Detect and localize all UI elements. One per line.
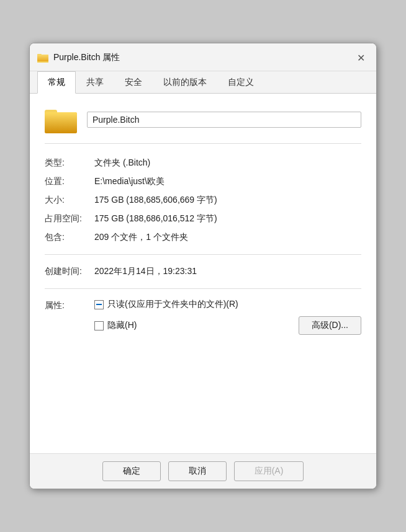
date-section: 创建时间: 2022年1月14日，19:23:31 (45, 260, 361, 283)
value-type: 文件夹 (.Bitch) (94, 157, 361, 169)
ok-button[interactable]: 确定 (102, 461, 161, 481)
readonly-checkbox-row[interactable]: 只读(仅应用于文件夹中的文件)(R) (94, 299, 361, 310)
tab-bar: 常规 共享 安全 以前的版本 自定义 (30, 71, 376, 94)
hidden-checkbox[interactable] (94, 321, 104, 330)
divider-3 (45, 288, 361, 289)
label-type: 类型: (45, 157, 94, 169)
title-folder-icon (37, 53, 48, 63)
info-row-size: 大小: 175 GB (188,685,606,669 字节) (45, 191, 361, 210)
cancel-button[interactable]: 取消 (168, 461, 227, 481)
bottom-bar: 确定 取消 应用(A) (30, 453, 376, 489)
indeterminate-dash (96, 304, 102, 305)
info-section: 类型: 文件夹 (.Bitch) 位置: E:\media\just\欧美 大小… (45, 151, 361, 249)
label-contains: 包含: (45, 232, 94, 243)
attr-controls: 只读(仅应用于文件夹中的文件)(R) 隐藏(H) 高级(D)... (94, 299, 361, 335)
value-location: E:\media\just\欧美 (94, 176, 361, 187)
value-size: 175 GB (188,685,606,669 字节) (94, 195, 361, 206)
info-row-location: 位置: E:\media\just\欧美 (45, 172, 361, 191)
info-row-created: 创建时间: 2022年1月14日，19:23:31 (45, 262, 361, 281)
tab-general[interactable]: 常规 (37, 71, 76, 94)
tab-security[interactable]: 安全 (114, 71, 153, 94)
readonly-checkbox[interactable] (94, 300, 104, 309)
advanced-button[interactable]: 高级(D)... (299, 316, 361, 335)
divider-2 (45, 254, 361, 255)
close-button[interactable]: ✕ (353, 50, 369, 66)
label-size: 大小: (45, 195, 94, 206)
info-row-contains: 包含: 209 个文件，1 个文件夹 (45, 228, 361, 247)
properties-dialog: Purple.Bitch 属性 ✕ 常规 共享 安全 以前的版本 自定义 (29, 43, 377, 489)
readonly-label: 只读(仅应用于文件夹中的文件)(R) (107, 299, 238, 310)
folder-name-input[interactable] (87, 112, 361, 128)
divider-1 (45, 143, 361, 144)
info-row-type: 类型: 文件夹 (.Bitch) (45, 154, 361, 172)
info-row-disk-size: 占用空间: 175 GB (188,686,016,512 字节) (45, 210, 361, 228)
folder-icon (45, 106, 77, 133)
attributes-section: 属性: 只读(仅应用于文件夹中的文件)(R) 隐藏(H) 高级(D)... (45, 294, 361, 345)
value-disk-size: 175 GB (188,686,016,512 字节) (94, 213, 361, 224)
label-disk-size: 占用空间: (45, 213, 94, 224)
label-created: 创建时间: (45, 266, 94, 277)
value-created: 2022年1月14日，19:23:31 (94, 266, 361, 277)
attr-label-row: 属性: 只读(仅应用于文件夹中的文件)(R) 隐藏(H) 高级(D)... (45, 299, 361, 335)
svg-rect-4 (37, 55, 48, 61)
tab-content: 类型: 文件夹 (.Bitch) 位置: E:\media\just\欧美 大小… (30, 94, 376, 453)
tab-previous-versions[interactable]: 以前的版本 (153, 71, 217, 94)
tab-sharing[interactable]: 共享 (76, 71, 114, 94)
apply-button[interactable]: 应用(A) (234, 461, 304, 481)
folder-row (45, 106, 361, 133)
title-bar: Purple.Bitch 属性 ✕ (30, 43, 376, 71)
label-location: 位置: (45, 176, 94, 187)
hidden-label: 隐藏(H) (107, 320, 137, 331)
title-bar-left: Purple.Bitch 属性 (37, 52, 120, 63)
value-contains: 209 个文件，1 个文件夹 (94, 232, 361, 243)
attr-label: 属性: (45, 299, 94, 311)
hidden-checkbox-row[interactable]: 隐藏(H) (94, 320, 137, 331)
tab-customize[interactable]: 自定义 (217, 71, 264, 94)
svg-rect-8 (45, 112, 77, 133)
dialog-title: Purple.Bitch 属性 (53, 52, 120, 63)
